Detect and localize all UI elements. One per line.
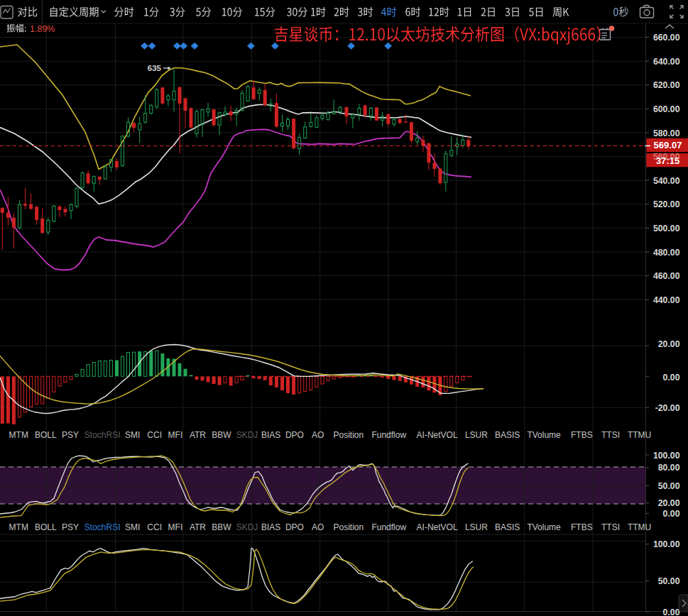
svg-text:BIAS: BIAS xyxy=(261,522,280,532)
svg-text:AO: AO xyxy=(312,522,324,532)
svg-text:DPO: DPO xyxy=(285,522,304,532)
svg-text:Position: Position xyxy=(334,522,364,532)
svg-text:PSY: PSY xyxy=(62,522,79,532)
svg-text:BBW: BBW xyxy=(212,430,231,440)
svg-text:440.00: 440.00 xyxy=(653,295,680,305)
svg-text:LSUR: LSUR xyxy=(465,522,488,532)
svg-text:StochRSI: StochRSI xyxy=(84,522,121,532)
svg-text:540.00: 540.00 xyxy=(653,176,680,186)
svg-text:SKDJ: SKDJ xyxy=(236,430,258,440)
svg-text:500.00: 500.00 xyxy=(653,224,680,233)
svg-text:0.00: 0.00 xyxy=(663,607,680,616)
svg-text:BBW: BBW xyxy=(212,522,231,532)
svg-text:AI-NetVOL: AI-NetVOL xyxy=(417,430,458,440)
svg-text:BASIS: BASIS xyxy=(495,522,520,532)
svg-text:PSY: PSY xyxy=(62,430,79,440)
svg-text:MTM: MTM xyxy=(9,430,28,440)
svg-text:460.00: 460.00 xyxy=(653,271,680,281)
svg-text:TTMU: TTMU xyxy=(628,522,651,532)
svg-text:StochRSI: StochRSI xyxy=(84,430,121,440)
svg-text:SMI: SMI xyxy=(125,522,140,532)
svg-text:AO: AO xyxy=(312,430,324,440)
svg-text:LSUR: LSUR xyxy=(465,430,488,440)
svg-text:ATR: ATR xyxy=(190,430,206,440)
svg-text:600.00: 600.00 xyxy=(653,104,680,114)
svg-text:CCI: CCI xyxy=(147,522,162,532)
svg-text:SKDJ: SKDJ xyxy=(236,522,258,532)
svg-text:635: 635 xyxy=(148,64,162,72)
svg-text:0.00: 0.00 xyxy=(663,509,680,519)
svg-text:MFI: MFI xyxy=(168,522,183,532)
svg-text:50.00: 50.00 xyxy=(658,481,680,491)
svg-text:MFI: MFI xyxy=(168,430,183,440)
svg-text:ATR: ATR xyxy=(190,522,206,532)
svg-text:20.00: 20.00 xyxy=(658,498,680,508)
svg-text:CCI: CCI xyxy=(147,430,162,440)
svg-text:Fundflow: Fundflow xyxy=(371,522,406,532)
svg-text:BIAS: BIAS xyxy=(261,430,280,440)
svg-text:FTBS: FTBS xyxy=(571,522,593,532)
svg-text:AI-NetVOL: AI-NetVOL xyxy=(417,522,458,532)
svg-text:80.00: 80.00 xyxy=(658,463,680,473)
svg-text:580.00: 580.00 xyxy=(653,128,680,138)
svg-text:660.00: 660.00 xyxy=(653,33,680,43)
svg-text:480.00: 480.00 xyxy=(653,248,680,258)
svg-text:MTM: MTM xyxy=(9,522,28,532)
svg-text:Position: Position xyxy=(334,430,364,440)
svg-text:1.89%: 1.89% xyxy=(30,24,55,34)
svg-text:100.00: 100.00 xyxy=(653,451,680,461)
svg-text:TTMU: TTMU xyxy=(628,430,651,440)
svg-text:20.00: 20.00 xyxy=(658,339,680,349)
svg-text:BOLL: BOLL xyxy=(35,430,57,440)
svg-text:TTSI: TTSI xyxy=(601,522,620,532)
svg-text:50.00: 50.00 xyxy=(658,576,680,586)
svg-text:-20.00: -20.00 xyxy=(655,403,680,413)
svg-text:620.00: 620.00 xyxy=(653,80,680,90)
svg-text:100.00: 100.00 xyxy=(653,539,680,549)
svg-text:DPO: DPO xyxy=(285,430,304,440)
svg-text:569.07: 569.07 xyxy=(654,140,682,150)
svg-text:37:15: 37:15 xyxy=(656,155,679,166)
svg-text:520.00: 520.00 xyxy=(653,199,680,209)
svg-text:Fundflow: Fundflow xyxy=(371,430,406,440)
svg-text:SMI: SMI xyxy=(125,430,140,440)
svg-text:0.00: 0.00 xyxy=(663,373,680,383)
svg-text:FTBS: FTBS xyxy=(571,430,593,440)
svg-text:BOLL: BOLL xyxy=(35,522,57,532)
svg-text:BASIS: BASIS xyxy=(495,430,520,440)
svg-text:640.00: 640.00 xyxy=(653,57,680,67)
svg-text:TVolume: TVolume xyxy=(527,522,561,532)
svg-text:TTSI: TTSI xyxy=(601,430,620,440)
svg-text:TVolume: TVolume xyxy=(527,430,561,440)
